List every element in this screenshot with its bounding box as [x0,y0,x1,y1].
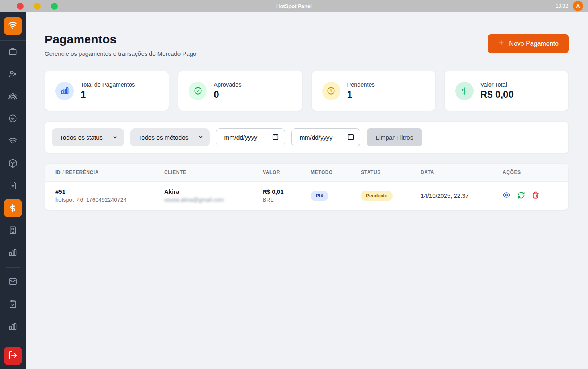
avatar[interactable]: A [573,1,583,11]
sidebar-item-reports[interactable] [2,242,24,264]
trash-icon [532,191,539,200]
column-header-actions: AÇÕES [496,164,568,182]
sidebar-item-wifi[interactable] [2,130,24,152]
table-row: #51 hotspot_46_1760492240724 Akira sousa… [45,182,568,210]
view-payment-button[interactable] [503,191,511,200]
close-window-button[interactable] [17,3,24,10]
row-actions [503,191,562,200]
clear-filters-button[interactable]: Limpar Filtros [367,128,423,146]
eye-icon [503,191,511,200]
stat-value: 1 [81,89,135,100]
client-name: Akira [164,188,250,195]
refresh-payment-button[interactable] [517,191,525,200]
logout-icon [8,351,18,361]
calendar-icon[interactable] [347,133,354,142]
stat-label: Valor Total [480,81,514,88]
column-header-method: MÉTODO [304,164,354,182]
stat-card-pending: Pendentes 1 [311,71,436,111]
user-x-icon [8,69,18,80]
users-group-icon [8,91,18,102]
sidebar-item-statistics[interactable] [2,316,24,338]
table-header-row: ID / REFERÊNCIA CLIENTE VALOR MÉTODO STA… [45,164,568,182]
stat-card-total: Total de Pagamentos 1 [45,71,169,111]
column-header-id: ID / REFERÊNCIA [45,164,158,182]
sidebar-item-users-group[interactable] [2,85,24,108]
payment-currency: BRL [263,197,298,203]
mail-icon [8,277,18,288]
delete-payment-button[interactable] [532,191,539,200]
new-payment-button[interactable]: Novo Pagamento [488,34,569,53]
dollar-icon [455,82,474,100]
payments-table: ID / REFERÊNCIA CLIENTE VALOR MÉTODO STA… [45,163,569,210]
minimize-window-button[interactable] [34,3,41,10]
status-filter-select[interactable]: Todos os status [52,128,124,146]
sidebar-item-mail[interactable] [2,271,24,293]
logout-button[interactable] [4,347,22,365]
page-header: Pagamentos Gerencie os pagamentos e tran… [45,33,569,57]
stat-label: Total de Pagamentos [81,81,135,88]
wifi-icon [8,136,18,147]
payment-id: #51 [55,188,151,195]
date-to-placeholder: mm/dd/yyyy [300,134,333,141]
payment-date: 14/10/2025, 22:37 [421,192,469,199]
clock-time: 13:32 [556,3,568,9]
page-subtitle: Gerencie os pagamentos e transações do M… [45,50,196,57]
stat-label: Pendentes [347,81,375,88]
payment-amount: R$ 0,01 [263,188,298,195]
chevron-down-icon [198,134,203,141]
briefcase-icon [8,47,18,57]
stat-card-approved: Aprovados 0 [178,71,302,111]
sidebar-item-user-x[interactable] [2,63,24,85]
clock-icon [322,82,340,100]
method-badge: PIX [311,191,328,201]
maximize-window-button[interactable] [51,3,58,10]
calendar-icon[interactable] [272,133,279,142]
stat-value: 0 [214,89,241,100]
sidebar-item-building[interactable] [2,219,24,242]
column-header-status: STATUS [354,164,414,182]
sidebar [0,12,26,369]
app-logo[interactable] [4,17,22,35]
bar-chart-icon [55,82,74,100]
date-to-input[interactable]: mm/dd/yyyy [291,128,360,146]
bar-chart-icon [8,248,18,258]
stat-value: 1 [347,89,375,100]
dollar-icon [4,199,22,217]
sidebar-item-packages[interactable] [2,152,24,175]
document-icon [8,181,18,191]
clipboard-check-icon [8,299,18,310]
date-from-placeholder: mm/dd/yyyy [224,134,258,141]
status-badge: Pendente [361,191,393,201]
package-cube-icon [8,158,18,169]
column-header-date: DATA [414,164,496,182]
payment-reference: hotspot_46_1760492240724 [55,197,151,203]
sidebar-item-briefcase[interactable] [2,41,24,63]
plus-icon [498,39,505,48]
stats-row: Total de Pagamentos 1 Aprovados 0 [45,71,569,111]
sidebar-item-documents[interactable] [2,175,24,197]
stat-label: Aprovados [214,81,241,88]
window-title: HotSpot Panel [0,3,588,9]
client-email: sousa.akira@gmail.com [164,197,250,203]
stat-card-total-value: Valor Total R$ 0,00 [444,71,569,111]
column-header-client: CLIENTE [158,164,256,182]
date-from-input[interactable]: mm/dd/yyyy [216,128,285,146]
column-header-amount: VALOR [256,164,304,182]
check-circle-icon [189,82,207,100]
method-filter-value: Todos os métodos [138,134,189,141]
new-payment-button-label: Novo Pagamento [509,40,559,47]
filters-bar: Todos os status Todos os métodos mm/dd/y… [45,121,569,154]
sidebar-item-tasks[interactable] [2,293,24,316]
sidebar-item-payments[interactable] [2,197,24,219]
titlebar: HotSpot Panel 13:32 A [0,0,588,12]
wifi-logo-icon [8,20,18,32]
main-content: Pagamentos Gerencie os pagamentos e tran… [26,12,588,369]
status-filter-value: Todos os status [60,134,103,141]
check-circle-icon [8,114,18,124]
chevron-down-icon [112,134,118,141]
sidebar-item-check-circle[interactable] [2,108,24,130]
stat-value: R$ 0,00 [480,89,514,100]
building-icon [8,225,18,236]
method-filter-select[interactable]: Todos os métodos [130,128,210,146]
traffic-lights [17,3,58,10]
